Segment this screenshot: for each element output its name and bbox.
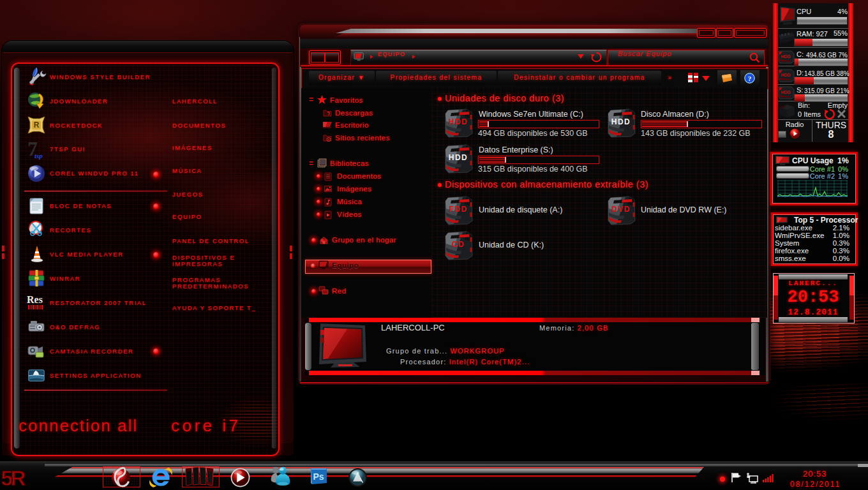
- svg-text:CD: CD: [452, 240, 465, 249]
- svg-text:Res: Res: [27, 294, 43, 305]
- svg-text:DVD: DVD: [611, 205, 631, 214]
- svg-text:?: ?: [748, 75, 752, 82]
- svg-text:tsp: tsp: [34, 152, 43, 160]
- svg-text:HDD: HDD: [449, 117, 468, 126]
- svg-text:HDD: HDD: [449, 153, 468, 162]
- svg-text:R: R: [34, 121, 40, 130]
- svg-text:FDD: FDD: [449, 205, 467, 214]
- svg-text:HDD: HDD: [611, 117, 631, 126]
- svg-text:Ps: Ps: [313, 471, 324, 482]
- svg-text:5R: 5R: [1, 468, 26, 487]
